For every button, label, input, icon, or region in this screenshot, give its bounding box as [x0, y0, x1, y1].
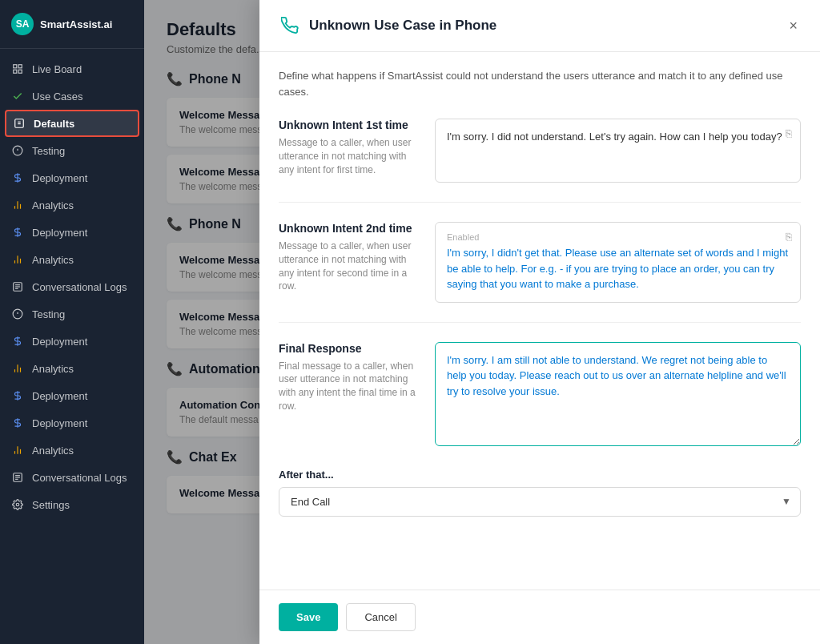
usecases-icon — [11, 90, 24, 103]
sidebar-item-defaults[interactable]: Defaults — [5, 110, 139, 137]
convlogs1-icon — [11, 280, 24, 293]
select-wrapper: End Call Transfer to Agent Repeat Messag… — [279, 487, 801, 517]
analytics2-label: Analytics — [32, 254, 74, 266]
svg-rect-0 — [14, 65, 17, 68]
divider-2 — [279, 322, 801, 323]
sidebar-item-settings[interactable]: Settings — [0, 491, 144, 518]
sidebar-item-testing1[interactable]: Testing — [0, 137, 144, 164]
sidebar-item-deployment3[interactable]: Deployment — [0, 328, 144, 355]
intent1-edit-icon[interactable]: ⎘ — [786, 127, 792, 139]
convlogs1-label: Conversational Logs — [32, 281, 127, 293]
app-logo: SA SmartAssist.ai — [0, 0, 144, 49]
analytics4-label: Analytics — [32, 445, 74, 457]
form-label-intent1: Unknown Intent 1st time Message to a cal… — [279, 119, 419, 183]
deployment3-icon — [11, 335, 24, 348]
app-name: SmartAssist.ai — [40, 18, 112, 30]
deployment4-label: Deployment — [32, 390, 87, 402]
usecases-label: Use Cases — [32, 91, 83, 103]
svg-rect-1 — [18, 65, 22, 68]
analytics1-label: Analytics — [32, 199, 74, 211]
settings-label: Settings — [32, 499, 70, 511]
svg-rect-2 — [14, 70, 17, 73]
modal-description: Define what happens if SmartAssist could… — [279, 68, 801, 99]
form-field-final — [435, 342, 801, 449]
sidebar-nav: Live Board Use Cases Defaults Testing De… — [0, 49, 144, 644]
sidebar-item-usecases[interactable]: Use Cases — [0, 83, 144, 110]
sidebar-item-deployment5[interactable]: Deployment — [0, 409, 144, 437]
form-field-intent2: ⎘ Enabled I'm sorry, I didn't get that. … — [435, 222, 801, 303]
deployment1-icon — [11, 171, 24, 184]
deployment1-label: Deployment — [32, 172, 87, 184]
testing1-icon — [11, 144, 24, 157]
intent1-desc: Message to a caller, when user utterance… — [279, 136, 419, 176]
intent1-textbox: ⎘ I'm sorry. I did not understand. Let's… — [435, 119, 801, 183]
defaults-icon — [13, 117, 26, 130]
sidebar-item-testing2[interactable]: Testing — [0, 300, 144, 328]
modal-overlay: Unknown Use Case in Phone × Define what … — [144, 0, 820, 644]
testing2-label: Testing — [32, 308, 65, 320]
analytics3-icon — [11, 362, 24, 375]
testing1-label: Testing — [32, 145, 65, 157]
cancel-button[interactable]: Cancel — [346, 603, 415, 631]
main-content: Defaults Customize the defa... 📞Phone N … — [144, 0, 820, 644]
deployment5-icon — [11, 417, 24, 429]
modal-close-button[interactable]: × — [786, 15, 801, 36]
modal-body: Define what happens if SmartAssist could… — [259, 52, 820, 590]
deployment4-icon — [11, 389, 24, 402]
modal: Unknown Use Case in Phone × Define what … — [259, 0, 820, 644]
after-that-select[interactable]: End Call Transfer to Agent Repeat Messag… — [279, 487, 801, 517]
form-label-intent2: Unknown Intent 2nd time Message to a cal… — [279, 222, 419, 303]
intent2-edit-icon[interactable]: ⎘ — [786, 231, 792, 243]
sidebar-item-analytics1[interactable]: Analytics — [0, 191, 144, 219]
modal-header: Unknown Use Case in Phone × — [259, 0, 820, 52]
liveboard-label: Live Board — [32, 63, 82, 75]
sidebar: SA SmartAssist.ai Live Board Use Cases D… — [0, 0, 144, 644]
divider-1 — [279, 202, 801, 203]
svg-rect-3 — [18, 70, 22, 73]
logo-icon: SA — [11, 13, 34, 35]
form-section-intent2: Unknown Intent 2nd time Message to a cal… — [279, 222, 801, 303]
analytics1-icon — [11, 199, 24, 211]
sidebar-item-deployment2[interactable]: Deployment — [0, 219, 144, 246]
form-field-intent1: ⎘ I'm sorry. I did not understand. Let's… — [435, 119, 801, 183]
deployment5-label: Deployment — [32, 417, 87, 429]
form-section-intent1: Unknown Intent 1st time Message to a cal… — [279, 119, 801, 183]
deployment3-label: Deployment — [32, 336, 87, 348]
form-section-final: Final Response Final message to a caller… — [279, 342, 801, 449]
convlogs2-label: Conversational Logs — [32, 472, 127, 484]
liveboard-icon — [11, 62, 24, 75]
intent1-label: Unknown Intent 1st time — [279, 119, 419, 131]
sidebar-item-deployment1[interactable]: Deployment — [0, 164, 144, 191]
intent2-desc: Message to a caller, when user utterance… — [279, 239, 419, 293]
settings-icon — [11, 498, 24, 511]
modal-title-area: Unknown Use Case in Phone — [279, 14, 496, 37]
svg-point-37 — [16, 503, 19, 506]
sidebar-item-analytics4[interactable]: Analytics — [0, 437, 144, 464]
after-that-label: After that... — [279, 469, 801, 481]
deployment2-label: Deployment — [32, 227, 87, 239]
intent2-textbox: ⎘ Enabled I'm sorry, I didn't get that. … — [435, 222, 801, 303]
convlogs2-icon — [11, 471, 24, 484]
sidebar-item-analytics2[interactable]: Analytics — [0, 246, 144, 273]
final-textarea[interactable] — [435, 342, 801, 446]
save-button[interactable]: Save — [279, 603, 338, 631]
form-label-final: Final Response Final message to a caller… — [279, 342, 419, 449]
defaults-label: Defaults — [34, 118, 74, 130]
modal-phone-icon — [279, 14, 301, 37]
intent2-status: Enabled — [447, 232, 789, 242]
sidebar-item-convlogs2[interactable]: Conversational Logs — [0, 464, 144, 491]
sidebar-item-analytics3[interactable]: Analytics — [0, 355, 144, 382]
sidebar-item-convlogs1[interactable]: Conversational Logs — [0, 273, 144, 300]
modal-footer: Save Cancel — [259, 590, 820, 644]
analytics3-label: Analytics — [32, 363, 74, 375]
final-desc: Final message to a caller, when user utt… — [279, 360, 419, 413]
sidebar-item-deployment4[interactable]: Deployment — [0, 382, 144, 409]
deployment2-icon — [11, 226, 24, 239]
sidebar-item-liveboard[interactable]: Live Board — [0, 55, 144, 83]
intent2-label: Unknown Intent 2nd time — [279, 222, 419, 235]
intent1-content: I'm sorry. I did not understand. Let's t… — [447, 129, 789, 145]
analytics4-icon — [11, 444, 24, 457]
intent2-content: I'm sorry, I didn't get that. Please use… — [447, 245, 789, 292]
modal-title: Unknown Use Case in Phone — [309, 18, 496, 34]
testing2-icon — [11, 308, 24, 320]
